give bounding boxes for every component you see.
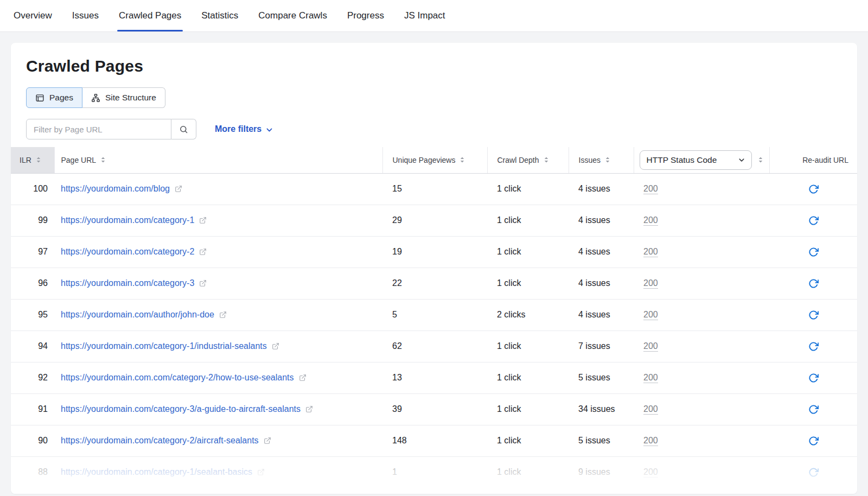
issues-cell: 5 issues [569,362,634,393]
ilr-value: 99 [38,215,48,225]
re-audit-button[interactable] [806,308,821,322]
re-audit-button[interactable] [806,371,821,385]
table-row: 100 https://yourdomain.com/blog 15 1 cli… [11,173,857,205]
crawl-depth-cell: 1 click [487,330,569,362]
re-audit-cell [769,173,857,205]
page-url-cell: https://yourdomain.com/blog [54,173,382,205]
sort-icon-http-status[interactable] [757,156,764,163]
unique-pageviews-cell: 29 [382,205,487,236]
external-link-icon[interactable] [299,374,307,381]
status-code-link[interactable]: 200 [643,215,658,226]
col-header-crawl-depth[interactable]: Crawl Depth [487,147,569,173]
re-audit-button[interactable] [806,213,821,228]
nav-tab-progress[interactable]: Progress [347,0,384,31]
issues-value: 34 issues [578,404,615,414]
external-link-icon[interactable] [199,217,207,224]
nav-tab-issues[interactable]: Issues [72,0,99,31]
col-label-page-url: Page URL [61,156,97,164]
issues-value: 4 issues [578,310,610,319]
sort-icon-ilr[interactable] [35,156,42,163]
status-code-link[interactable]: 200 [643,436,658,446]
status-code-link[interactable]: 200 [643,404,658,415]
external-link-icon[interactable] [257,468,265,476]
re-audit-button[interactable] [806,339,821,354]
sort-icon-issues[interactable] [604,156,611,163]
nav-tab-overview[interactable]: Overview [14,0,52,31]
table-row: 90 https://yourdomain.com/category-2/air… [11,425,857,456]
status-code-link[interactable]: 200 [643,341,658,352]
ilr-value: 94 [38,341,48,351]
pages-view-button[interactable]: Pages [26,87,82,108]
nav-tab-js-impact[interactable]: JS Impact [404,0,445,31]
dropdown-chevron-icon [738,157,745,163]
external-link-icon[interactable] [305,405,313,413]
status-code-link[interactable]: 200 [643,278,658,289]
table-row: 94 https://yourdomain.com/category-1/ind… [11,330,857,362]
page-url-link[interactable]: https://yourdomain.com/blog [61,184,170,194]
status-code-link[interactable]: 200 [643,310,658,320]
unique-pageviews-cell: 15 [382,173,487,205]
page-url-link[interactable]: https://yourdomain.com/category-3/a-guid… [61,404,301,414]
status-code-link[interactable]: 200 [643,184,658,194]
nav-tab-compare-crawls[interactable]: Compare Crawls [258,0,327,31]
status-code-link[interactable]: 200 [643,467,658,478]
col-label-re-audit-url: Re-audit URL [802,156,848,164]
status-code-link[interactable]: 200 [643,373,658,383]
issues-value: 7 issues [578,341,610,351]
page-url-cell: https://yourdomain.com.com/category-2/ho… [54,362,382,393]
page-url-cell: https://yourdomain.com/category-2/aircra… [54,425,382,456]
nav-tab-statistics[interactable]: Statistics [201,0,238,31]
external-link-icon[interactable] [264,437,271,444]
col-header-page-url[interactable]: Page URL [54,147,382,173]
external-link-icon[interactable] [199,279,207,287]
re-audit-button[interactable] [806,465,821,480]
issues-cell: 34 issues [569,393,634,425]
pages-icon [35,93,44,103]
http-status-code-dropdown-label: HTTP Status Code [647,155,717,165]
unique-pageviews-cell: 22 [382,268,487,299]
unique-pageviews-cell: 39 [382,393,487,425]
top-nav: Overview Issues Crawled Pages Statistics… [0,0,868,32]
page-url-link[interactable]: https://yourdomain.com.com/category-2/ho… [61,373,294,383]
page-url-filter-input[interactable] [26,119,171,139]
re-audit-button[interactable] [806,276,821,291]
page-url-link[interactable]: https://yourdomain.com/category-1 [61,215,194,225]
status-code-link[interactable]: 200 [643,247,658,257]
issues-value: 5 issues [578,373,610,382]
col-header-ilr[interactable]: ILR [11,147,54,173]
external-link-icon[interactable] [272,342,279,350]
page-url-link[interactable]: https://yourdomain.com/category-1/indust… [61,341,267,351]
re-audit-button[interactable] [806,245,821,259]
sort-icon-page-url[interactable] [100,156,106,163]
status-code-cell: 200 [634,330,769,362]
nav-tab-crawled-pages[interactable]: Crawled Pages [119,0,181,31]
crawl-depth-cell: 1 click [487,268,569,299]
external-link-icon[interactable] [199,248,207,256]
page-url-link[interactable]: https://yourdomain.com/category-1/sealan… [61,467,252,477]
issues-value: 9 issues [578,467,610,476]
table-header: ILR Page URL Unique Pageviews [11,147,857,173]
col-header-unique-pageviews[interactable]: Unique Pageviews [382,147,487,173]
ilr-value: 97 [38,247,48,256]
sort-icon-unique-pageviews[interactable] [459,156,465,163]
re-audit-button[interactable] [806,402,821,417]
re-audit-button[interactable] [806,434,821,448]
search-button[interactable] [171,119,196,139]
page-url-link[interactable]: https://yourdomain.com/category-2/aircra… [61,436,259,446]
external-link-icon[interactable] [219,311,227,319]
crawl-depth-value: 1 click [497,278,521,288]
unique-pageviews-value: 39 [392,404,402,414]
ilr-cell: 94 [11,330,54,362]
re-audit-button[interactable] [806,182,821,196]
http-status-code-dropdown[interactable]: HTTP Status Code [640,150,752,170]
unique-pageviews-cell: 148 [382,425,487,456]
col-header-issues[interactable]: Issues [569,147,634,173]
site-structure-view-button[interactable]: Site Structure [82,87,165,108]
more-filters-button[interactable]: More filters [215,124,273,134]
issues-value: 4 issues [578,215,610,225]
external-link-icon[interactable] [175,185,182,193]
page-url-link[interactable]: https://yourdomain.com/category-2 [61,247,194,257]
sort-icon-crawl-depth[interactable] [543,156,550,163]
page-url-link[interactable]: https://yourdomain.com/category-3 [61,278,194,288]
page-url-link[interactable]: https://yourdomain.com/author/john-doe [61,310,214,320]
